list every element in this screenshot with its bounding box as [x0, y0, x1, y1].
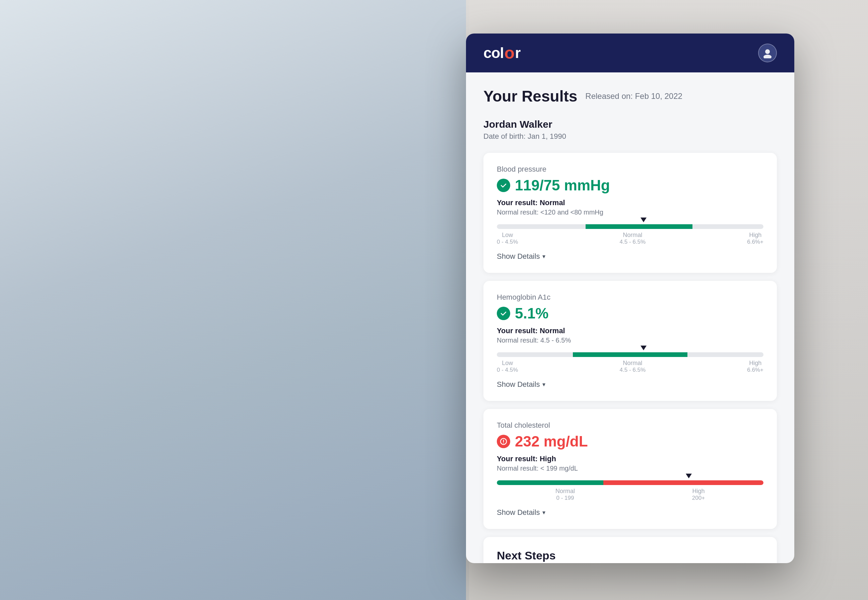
patient-name: Jordan Walker: [484, 119, 777, 130]
bp-show-details-button[interactable]: Show Details ▾: [497, 252, 545, 261]
chol-status-icon: [497, 435, 510, 448]
hba1c-card: Hemoglobin A1c 5.1% Your result: Normal …: [484, 281, 777, 401]
chol-marker: [686, 474, 692, 478]
hba1c-show-details-button[interactable]: Show Details ▾: [497, 380, 545, 389]
bp-low-label: Low 0 - 4.5%: [497, 232, 518, 245]
page-title: Your Results: [484, 87, 577, 105]
release-date: Released on: Feb 10, 2022: [585, 91, 682, 101]
svg-point-1: [764, 55, 771, 58]
bp-value: 119/75 mmHg: [515, 177, 610, 194]
chol-label: Total cholesterol: [497, 421, 764, 430]
patient-dob: Date of birth: Jan 1, 1990: [484, 132, 777, 141]
hba1c-bar-track: [497, 352, 764, 357]
hba1c-low-label: Low 0 - 4.5%: [497, 360, 518, 373]
checkmark-icon: [500, 182, 507, 189]
cholesterol-card: Total cholesterol 232 mg/dL Your result:…: [484, 409, 777, 529]
bp-range-labels: Low 0 - 4.5% Normal 4.5 - 6.5% High 6.6%…: [497, 232, 764, 245]
chol-normal-label: Normal 0 - 199: [555, 488, 575, 502]
logo-o: o: [505, 45, 514, 61]
person-photo: [0, 0, 469, 600]
svg-point-3: [503, 442, 504, 443]
hba1c-normal-range: Normal result: 4.5 - 6.5%: [497, 336, 764, 344]
user-avatar[interactable]: [758, 44, 777, 62]
chol-result-text: Your result: High: [497, 455, 764, 463]
results-panel: col o r Your Results Released on: Feb 10…: [466, 33, 794, 563]
chol-high-label: High 200+: [692, 488, 705, 502]
hba1c-value-row: 5.1%: [497, 305, 764, 322]
hba1c-range-bar: Low 0 - 4.5% Normal 4.5 - 6.5% High 6.6%…: [497, 352, 764, 373]
bp-status-icon: [497, 179, 510, 192]
hba1c-result-text: Your result: Normal: [497, 326, 764, 335]
patient-info: Jordan Walker Date of birth: Jan 1, 1990: [484, 119, 777, 141]
hba1c-value: 5.1%: [515, 305, 548, 322]
hba1c-seg-low: [497, 352, 573, 357]
chol-seg-normal: [497, 480, 603, 485]
bp-high-label: High 6.6%+: [747, 232, 764, 245]
svg-point-0: [765, 49, 770, 54]
chevron-down-icon: ▾: [542, 253, 545, 260]
next-steps-title: Next Steps: [497, 549, 764, 562]
chol-normal-range: Normal result: < 199 mg/dL: [497, 465, 764, 472]
hba1c-range-labels: Low 0 - 4.5% Normal 4.5 - 6.5% High 6.6%…: [497, 360, 764, 373]
bp-label: Blood pressure: [497, 165, 764, 174]
logo-text-col: col: [484, 45, 504, 61]
bp-bar-track: [497, 224, 764, 229]
checkmark-icon: [500, 310, 507, 317]
bp-normal-range: Normal result: <120 and <80 mmHg: [497, 209, 764, 216]
hba1c-status-icon: [497, 307, 510, 320]
avatar-icon: [762, 48, 773, 58]
chevron-down-icon: ▾: [542, 509, 545, 516]
bp-normal-label: Normal 4.5 - 6.5%: [620, 232, 646, 245]
blood-pressure-card: Blood pressure 119/75 mmHg Your result: …: [484, 153, 777, 273]
hba1c-high-label: High 6.6%+: [747, 360, 764, 373]
bp-seg-low: [497, 224, 585, 229]
chol-value-row: 232 mg/dL: [497, 433, 764, 450]
bp-seg-high: [693, 224, 764, 229]
alert-icon: [500, 438, 507, 445]
next-steps-card: Next Steps Consult a Healthcare Provider: [484, 537, 777, 563]
bp-result-text: Your result: Normal: [497, 198, 764, 207]
bp-marker: [641, 218, 647, 222]
panel-header: col o r: [466, 33, 794, 73]
chol-show-details-button[interactable]: Show Details ▾: [497, 508, 545, 517]
hba1c-seg-high: [687, 352, 764, 357]
chol-seg-high: [603, 480, 764, 485]
chol-range-bar: Normal 0 - 199 High 200+: [497, 480, 764, 502]
logo-text-r: r: [515, 45, 520, 61]
bp-value-row: 119/75 mmHg: [497, 177, 764, 194]
chol-range-labels: Normal 0 - 199 High 200+: [497, 488, 764, 502]
bp-seg-normal: [585, 224, 692, 229]
hba1c-marker: [641, 345, 647, 350]
hba1c-normal-label: Normal 4.5 - 6.5%: [620, 360, 646, 373]
page-title-row: Your Results Released on: Feb 10, 2022: [484, 87, 777, 105]
panel-content: Your Results Released on: Feb 10, 2022 J…: [466, 73, 794, 563]
bp-range-bar: Low 0 - 4.5% Normal 4.5 - 6.5% High 6.6%…: [497, 224, 764, 245]
chevron-down-icon: ▾: [542, 381, 545, 388]
hba1c-label: Hemoglobin A1c: [497, 293, 764, 302]
hba1c-seg-normal: [573, 352, 687, 357]
chol-value: 232 mg/dL: [515, 433, 588, 450]
chol-bar-track: [497, 480, 764, 485]
app-logo: col o r: [484, 45, 520, 61]
